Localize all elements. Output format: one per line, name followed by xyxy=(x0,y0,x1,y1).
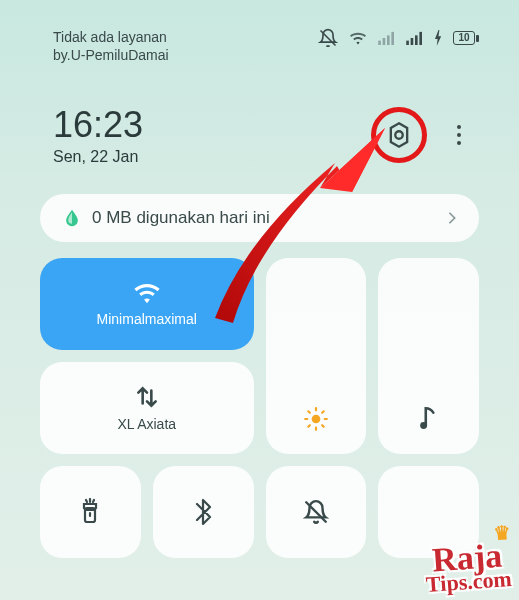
music-note-icon xyxy=(417,404,441,432)
status-right: 10 xyxy=(318,28,479,48)
dnd-icon xyxy=(318,28,338,48)
signal-icon xyxy=(378,31,396,45)
mobile-data-label: XL Axiata xyxy=(117,416,176,432)
svg-marker-10 xyxy=(391,124,407,147)
wifi-icon xyxy=(348,30,368,46)
drop-icon xyxy=(62,208,82,228)
svg-rect-2 xyxy=(383,38,386,45)
mute-tile[interactable] xyxy=(266,466,367,558)
svg-rect-3 xyxy=(387,35,390,45)
date-text: Sen, 22 Jan xyxy=(53,148,143,166)
network-subtitle: by.U-PemiluDamai xyxy=(53,46,169,64)
svg-point-11 xyxy=(395,132,402,139)
battery-indicator: 10 xyxy=(453,31,479,45)
svg-rect-4 xyxy=(391,32,394,45)
svg-line-19 xyxy=(308,426,310,428)
settings-button[interactable] xyxy=(377,113,421,157)
more-button[interactable] xyxy=(449,117,469,153)
svg-line-24 xyxy=(86,500,87,502)
svg-rect-6 xyxy=(411,38,414,45)
sun-icon xyxy=(303,406,329,432)
svg-rect-5 xyxy=(406,41,409,45)
svg-line-18 xyxy=(322,426,324,428)
svg-line-17 xyxy=(308,412,310,414)
quick-settings-tiles: Minimalmaximal XL Axiata xyxy=(0,242,519,558)
bluetooth-icon xyxy=(194,498,212,526)
charging-icon xyxy=(434,30,443,46)
svg-rect-7 xyxy=(415,35,418,45)
svg-point-12 xyxy=(312,415,321,424)
svg-rect-1 xyxy=(378,41,381,45)
watermark-line2: Tips.com xyxy=(426,570,513,595)
clock-row: 16:23 Sen, 22 Jan xyxy=(0,64,519,166)
flashlight-tile[interactable] xyxy=(40,466,141,558)
mobile-data-tile[interactable]: XL Axiata xyxy=(40,362,254,454)
svg-rect-8 xyxy=(419,32,422,45)
data-arrows-icon xyxy=(134,384,160,410)
status-left: Tidak ada layanan by.U-PemiluDamai xyxy=(53,28,169,64)
data-usage-bar[interactable]: 0 MB digunakan hari ini xyxy=(40,194,479,242)
wifi-tile[interactable]: Minimalmaximal xyxy=(40,258,254,350)
status-bar: Tidak ada layanan by.U-PemiluDamai 10 xyxy=(0,0,519,64)
bell-off-icon xyxy=(303,499,329,525)
crown-icon: ♛ xyxy=(493,525,511,542)
watermark: ♛ Raja Tips.com xyxy=(424,541,513,594)
chevron-right-icon xyxy=(447,211,457,225)
gear-icon xyxy=(385,121,413,149)
battery-percentage: 10 xyxy=(453,31,475,45)
data-usage-text: 0 MB digunakan hari ini xyxy=(92,208,270,228)
wifi-icon xyxy=(132,281,162,305)
signal-icon-2 xyxy=(406,31,424,45)
svg-point-21 xyxy=(420,422,427,429)
clock-area: 16:23 Sen, 22 Jan xyxy=(53,104,143,166)
time-text: 16:23 xyxy=(53,104,143,146)
brightness-tile[interactable] xyxy=(266,258,367,454)
svg-line-20 xyxy=(322,412,324,414)
flashlight-icon xyxy=(79,498,101,526)
bluetooth-tile[interactable] xyxy=(153,466,254,558)
svg-line-26 xyxy=(93,500,94,502)
no-service-text: Tidak ada layanan xyxy=(53,28,169,46)
svg-rect-9 xyxy=(476,35,479,42)
sound-tile[interactable] xyxy=(378,258,479,454)
wifi-label: Minimalmaximal xyxy=(97,311,197,327)
